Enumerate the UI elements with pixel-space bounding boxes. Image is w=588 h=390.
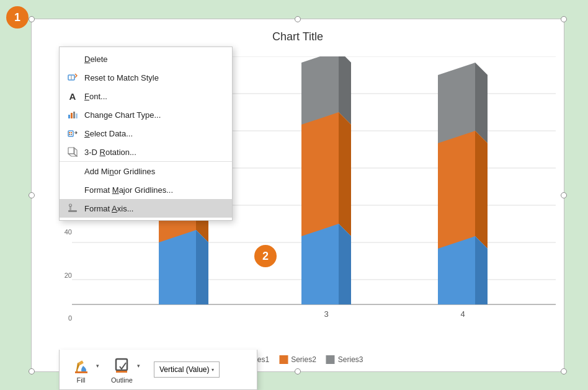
menu-item-3d-rotation[interactable]: 3-D Rotation... bbox=[60, 143, 232, 161]
svg-marker-29 bbox=[475, 63, 488, 143]
svg-text:3: 3 bbox=[324, 309, 328, 319]
handle-top-left[interactable] bbox=[29, 16, 35, 22]
fill-dropdown-arrow[interactable]: ▾ bbox=[96, 363, 99, 369]
svg-rect-25 bbox=[301, 236, 339, 304]
svg-rect-45 bbox=[69, 132, 70, 133]
fill-button[interactable]: Fill bbox=[67, 355, 95, 384]
menu-label-delete: Delete bbox=[84, 55, 222, 64]
legend-label-series3: Series3 bbox=[338, 355, 363, 364]
handle-middle-right[interactable] bbox=[561, 192, 567, 198]
menu-label-3d-rotation: 3-D Rotation... bbox=[84, 148, 222, 157]
legend-color-series2 bbox=[279, 355, 288, 364]
svg-rect-22 bbox=[301, 125, 339, 236]
legend-label-series2: Series2 bbox=[291, 355, 316, 364]
svg-rect-58 bbox=[116, 371, 127, 373]
y-label-40: 40 bbox=[65, 228, 72, 236]
menu-item-font[interactable]: A Font... bbox=[60, 87, 232, 105]
format-axis-icon bbox=[67, 203, 78, 214]
menu-item-select-data[interactable]: Select Data... bbox=[60, 124, 232, 143]
axis-dropdown-label: Vertical (Value) bbox=[159, 365, 209, 374]
step-badge-1: 1 bbox=[6, 6, 29, 29]
menu-item-reset-style[interactable]: Reset to Match Style bbox=[60, 68, 232, 87]
menu-item-delete[interactable]: Delete bbox=[60, 50, 232, 68]
fill-icon bbox=[71, 355, 91, 375]
legend-item-series3: Series3 bbox=[326, 355, 363, 364]
menu-label-format-major-gridlines: Format Major Gridlines... bbox=[84, 185, 222, 195]
menu-item-add-minor-gridlines[interactable]: Add Minor Gridlines bbox=[60, 161, 232, 180]
axis-dropdown[interactable]: Vertical (Value) ▾ bbox=[154, 361, 220, 378]
menu-item-change-chart-type[interactable]: Change Chart Type... bbox=[60, 105, 232, 124]
y-label-20: 20 bbox=[65, 272, 72, 279]
delete-icon bbox=[67, 53, 78, 64]
legend-item-series2: Series2 bbox=[279, 355, 316, 364]
menu-item-format-major-gridlines[interactable]: Format Major Gridlines... bbox=[60, 180, 232, 199]
outline-label: Outline bbox=[111, 376, 133, 384]
outline-icon bbox=[112, 355, 132, 375]
svg-rect-42 bbox=[73, 112, 75, 118]
select-data-icon bbox=[67, 128, 78, 139]
menu-label-font: Font... bbox=[84, 92, 222, 101]
svg-rect-48 bbox=[71, 134, 72, 135]
outline-dropdown-arrow[interactable]: ▾ bbox=[137, 363, 140, 369]
handle-bottom-right[interactable] bbox=[561, 368, 567, 374]
add-minor-gridlines-icon bbox=[67, 166, 78, 177]
chart-title: Chart Title bbox=[32, 30, 564, 43]
menu-label-reset-style: Reset to Match Style bbox=[84, 73, 222, 82]
svg-marker-26 bbox=[339, 224, 351, 304]
svg-marker-32 bbox=[475, 131, 488, 249]
svg-rect-34 bbox=[438, 249, 475, 304]
menu-label-format-axis: Format Axis... bbox=[84, 204, 222, 213]
svg-marker-17 bbox=[196, 230, 208, 304]
font-icon: A bbox=[67, 91, 78, 102]
svg-rect-56 bbox=[75, 371, 87, 373]
menu-label-change-chart-type: Change Chart Type... bbox=[84, 110, 222, 120]
legend-color-series3 bbox=[326, 355, 335, 364]
svg-rect-44 bbox=[68, 131, 73, 136]
svg-rect-46 bbox=[71, 132, 72, 133]
format-major-gridlines-icon bbox=[67, 184, 78, 195]
3d-rotation-icon bbox=[67, 146, 78, 157]
outline-button[interactable]: Outline bbox=[108, 355, 136, 384]
change-chart-type-icon bbox=[67, 109, 78, 120]
axis-dropdown-arrow: ▾ bbox=[212, 367, 214, 373]
context-menu: Delete Reset to Match Style A Font... Ch bbox=[59, 47, 233, 221]
svg-rect-47 bbox=[69, 134, 70, 135]
svg-rect-52 bbox=[68, 210, 77, 212]
menu-label-select-data: Select Data... bbox=[84, 129, 222, 138]
svg-marker-51 bbox=[68, 154, 77, 156]
handle-bottom-center[interactable] bbox=[295, 368, 301, 374]
handle-top-center[interactable] bbox=[295, 16, 301, 22]
svg-text:4: 4 bbox=[460, 309, 465, 319]
handle-top-right[interactable] bbox=[561, 16, 567, 22]
step-badge-2: 2 bbox=[254, 245, 277, 267]
menu-item-format-axis[interactable]: Format Axis... bbox=[60, 199, 232, 218]
reset-style-icon bbox=[67, 72, 78, 83]
fill-label: Fill bbox=[76, 376, 85, 384]
svg-rect-16 bbox=[159, 242, 196, 304]
svg-rect-31 bbox=[438, 143, 475, 249]
svg-rect-40 bbox=[68, 115, 70, 118]
svg-marker-23 bbox=[339, 112, 351, 236]
svg-rect-43 bbox=[76, 113, 78, 118]
chart-toolbar: Fill ▾ Outline ▾ Vertical (Value) ▾ bbox=[59, 350, 257, 390]
handle-bottom-left[interactable] bbox=[29, 368, 35, 374]
svg-rect-41 bbox=[71, 113, 73, 118]
handle-middle-left[interactable] bbox=[29, 192, 35, 198]
menu-label-add-minor-gridlines: Add Minor Gridlines bbox=[84, 167, 222, 176]
